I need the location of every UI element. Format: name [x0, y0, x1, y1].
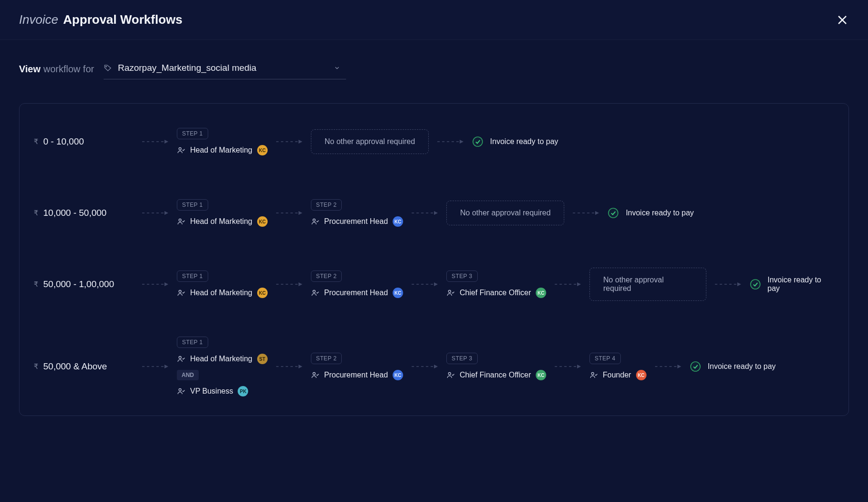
- ready-to-pay: Invoice ready to pay: [690, 361, 776, 372]
- approver: Procurement Head KC: [311, 288, 403, 298]
- approver-avatar: ST: [257, 354, 268, 364]
- user-check-icon: [446, 371, 455, 379]
- approver: Chief Finance Officer KC: [446, 288, 546, 298]
- tag-icon: [104, 64, 112, 72]
- flow-arrow: [134, 364, 177, 369]
- step-badge: STEP 1: [177, 199, 208, 211]
- svg-marker-26: [299, 282, 302, 286]
- step-badge: STEP 1: [177, 128, 208, 139]
- approver-role: Procurement Head: [324, 289, 388, 297]
- step-badge: STEP 2: [311, 199, 342, 211]
- user-check-icon: [177, 387, 185, 396]
- svg-marker-18: [434, 211, 438, 215]
- svg-point-48: [591, 373, 594, 375]
- user-check-icon: [177, 289, 185, 297]
- workflow-step: STEP 1 Head of Marketing KC: [177, 199, 268, 227]
- approver-list: Head of Marketing KC: [177, 288, 268, 298]
- approver: Procurement Head KC: [311, 216, 403, 227]
- workflow-for-label: workflow for: [43, 64, 94, 75]
- and-badge: AND: [177, 370, 199, 380]
- rupee-symbol: ₹: [34, 137, 39, 146]
- svg-point-13: [179, 219, 181, 222]
- approver-list: Procurement Head KC: [311, 370, 403, 380]
- user-check-icon: [311, 371, 319, 379]
- svg-point-2: [106, 66, 106, 67]
- flow-arrow: [403, 364, 446, 369]
- approver-role: Head of Marketing: [190, 355, 252, 363]
- title-prefix: Invoice: [19, 12, 58, 27]
- ready-label: Invoice ready to pay: [708, 362, 776, 371]
- check-circle-icon: [750, 279, 761, 290]
- workflow-panel: ₹ 0 - 10,000 STEP 1 Head of Marketing KC…: [19, 103, 849, 416]
- user-check-icon: [589, 371, 598, 379]
- workflow-step: STEP 1 Head of Marketing KC: [177, 128, 268, 155]
- svg-point-51: [691, 362, 700, 371]
- svg-point-30: [448, 290, 451, 293]
- workflow-tier: ₹ 50,000 - 1,00,000 STEP 1 Head of Marke…: [34, 265, 834, 303]
- flow-arrow: [403, 281, 446, 287]
- svg-point-27: [313, 290, 315, 293]
- svg-marker-37: [164, 365, 168, 368]
- chevron-down-icon: [334, 65, 340, 71]
- approver: Founder KC: [589, 370, 646, 380]
- flow-arrow: [403, 210, 446, 216]
- ready-label: Invoice ready to pay: [768, 276, 834, 293]
- check-circle-icon: [472, 136, 483, 147]
- approver: Chief Finance Officer KC: [446, 370, 546, 380]
- svg-marker-15: [299, 211, 302, 215]
- svg-point-42: [313, 373, 315, 375]
- step-badge: STEP 4: [589, 353, 621, 364]
- approver-role: Head of Marketing: [190, 289, 252, 297]
- flow-arrow: [268, 281, 311, 287]
- check-circle-icon: [690, 361, 701, 372]
- close-button[interactable]: [836, 13, 849, 27]
- approver-list: Head of Marketing ST AND VP Business PK: [177, 354, 268, 396]
- workflow-step: STEP 4 Founder KC: [589, 353, 646, 380]
- flow-arrow: [429, 139, 472, 145]
- ready-label: Invoice ready to pay: [626, 209, 694, 217]
- approver-role: Chief Finance Officer: [460, 289, 531, 297]
- rupee-symbol: ₹: [34, 209, 39, 217]
- no-approval-box: No other approval required: [589, 268, 706, 301]
- svg-marker-47: [577, 365, 581, 368]
- flow-arrow: [546, 364, 589, 369]
- check-circle-icon: [608, 207, 619, 219]
- workflow-step: STEP 2 Procurement Head KC: [311, 353, 403, 380]
- workflow-step: STEP 3 Chief Finance Officer KC: [446, 353, 546, 380]
- approver-role: Founder: [603, 371, 631, 379]
- svg-point-24: [179, 290, 181, 293]
- step-badge: STEP 1: [177, 270, 208, 282]
- flow-arrow: [546, 281, 589, 287]
- approver: VP Business PK: [177, 386, 268, 396]
- workflow-tier: ₹ 10,000 - 50,000 STEP 1 Head of Marketi…: [34, 194, 834, 232]
- svg-point-5: [179, 148, 181, 150]
- user-check-icon: [177, 355, 185, 363]
- approver-avatar: PK: [238, 386, 248, 396]
- user-check-icon: [311, 217, 319, 226]
- svg-marker-20: [595, 211, 599, 215]
- page-title: Invoice Approval Workflows: [19, 12, 183, 27]
- modal-header: Invoice Approval Workflows: [0, 0, 868, 40]
- approver-list: Head of Marketing KC: [177, 145, 268, 155]
- approver-role: Procurement Head: [324, 217, 388, 226]
- approver-avatar: KC: [393, 288, 403, 298]
- svg-marker-29: [434, 282, 438, 286]
- svg-point-35: [751, 280, 760, 289]
- step-badge: STEP 3: [446, 270, 478, 282]
- flow-arrow: [268, 364, 311, 369]
- approver-list: Procurement Head KC: [311, 216, 403, 227]
- title-main: Approval Workflows: [63, 12, 183, 27]
- flow-arrow: [564, 210, 608, 216]
- approver: Head of Marketing ST: [177, 354, 268, 364]
- workflow-select-value: Razorpay_Marketing_social media: [118, 63, 328, 73]
- svg-marker-34: [737, 282, 741, 286]
- approver: Head of Marketing KC: [177, 216, 268, 227]
- flow-arrow: [134, 281, 177, 287]
- approver-avatar: KC: [257, 145, 268, 155]
- approver-avatar: KC: [393, 216, 403, 227]
- approver-list: Chief Finance Officer KC: [446, 370, 546, 380]
- ready-label: Invoice ready to pay: [490, 137, 558, 146]
- flow-arrow: [268, 139, 311, 145]
- svg-point-38: [179, 357, 181, 359]
- workflow-select[interactable]: Razorpay_Marketing_social media: [104, 59, 346, 79]
